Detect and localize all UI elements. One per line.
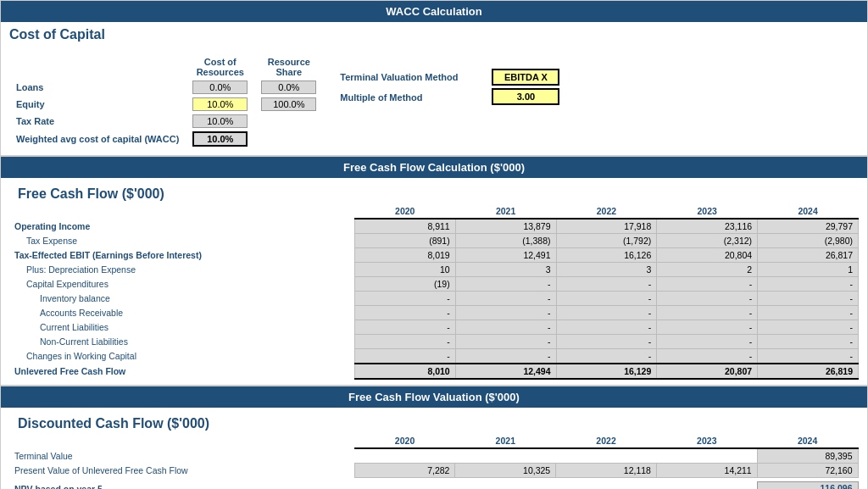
cell: - [657,320,758,335]
row-label: Tax-Effected EBIT (Earnings Before Inter… [9,248,354,263]
wacc-left-panel: Cost of Resources Resource Share Loans 0… [9,52,323,148]
fcf-year-2022: 2022 [556,204,657,219]
cell: 1 [758,263,859,277]
table-row: Tax-Effected EBIT (Earnings Before Inter… [9,248,859,263]
row-label-inventory-balance: Inventory balance [9,292,354,306]
dcf-header: Free Cash Flow Valuation ($'000) [1,386,867,408]
row-label: Present Value of Unlevered Free Cash Flo… [9,464,354,478]
col1-header2: Resources [197,67,244,77]
wacc-right-panel: Terminal Valuation Method Multiple of Me… [340,52,859,105]
fcf-section-title: Free Cash Flow ($'000) [9,181,859,204]
cell: - [657,292,758,306]
cell: 16,126 [556,248,657,263]
cell [455,448,556,464]
cell [556,448,657,464]
npv-value: 116,096 [757,482,858,490]
table-row: Non-Current Liabilities - - - - - [9,335,859,349]
cell: - [455,277,556,292]
cell: - [556,277,657,292]
equity-cost[interactable]: 10.0% [192,97,248,111]
cell [455,482,556,490]
cell: 7,282 [354,464,455,478]
terminal-values: EBITDA X 3.00 [492,69,559,105]
cell: - [455,292,556,306]
cell: - [455,335,556,349]
npv-label: NPV based on year 5 [9,482,354,490]
cell: 89,395 [757,448,858,464]
cell: 3 [455,263,556,277]
fcf-section: Free Cash Flow Calculation ($'000) Free … [0,156,868,386]
cell [556,482,657,490]
cell: 14,211 [656,464,757,478]
cell: 12,494 [455,364,556,379]
cell: - [657,306,758,320]
dcf-year-2021: 2021 [455,434,556,448]
terminal-label2: Multiple of Method [340,90,458,105]
cell: - [657,277,758,292]
table-row: Plus: Depreciation Expense 10 3 3 2 1 [9,263,859,277]
terminal-label1: Terminal Valuation Method [340,69,458,85]
cell: 29,797 [758,219,859,234]
fcf-table: 2020 2021 2022 2023 2024 Operating Incom… [9,204,859,380]
row-label: Equity [9,96,186,113]
cell: (2,980) [758,234,859,248]
row-label: Plus: Depreciation Expense [9,263,354,277]
dcf-year-2020: 2020 [354,434,455,448]
table-row: Unlevered Free Cash Flow 8,010 12,494 16… [9,364,859,379]
dcf-year-2022: 2022 [556,434,657,448]
cell: - [354,320,455,335]
cell: - [556,349,657,364]
table-row: Equity 10.0% 100.0% [9,96,323,113]
terminal-labels: Terminal Valuation Method Multiple of Me… [340,69,458,105]
dcf-year-2023: 2023 [656,434,757,448]
cell: - [354,292,455,306]
dcf-section: Free Cash Flow Valuation ($'000) Discoun… [0,386,868,489]
npv-row: NPV based on year 5 116,096 [9,482,858,490]
row-label: Tax Expense [9,234,354,248]
col2-header: Resource [268,57,310,67]
cell: 20,804 [657,248,758,263]
cell: - [758,277,859,292]
row-label: Loans [9,79,186,96]
cell: 8,019 [354,248,455,263]
cell: - [556,306,657,320]
cell [656,482,757,490]
loans-share: 0.0% [261,81,316,94]
equity-share: 100.0% [261,97,316,111]
fcf-header: Free Cash Flow Calculation ($'000) [1,157,867,178]
cell: - [657,349,758,364]
cell: (2,312) [657,234,758,248]
cell: - [758,292,859,306]
terminal-value1[interactable]: EBITDA X [492,69,559,86]
cell: (891) [354,234,455,248]
cell: 12,491 [455,248,556,263]
cell: (19) [354,277,455,292]
table-row: Tax Expense (891) (1,388) (1,792) (2,312… [9,234,859,248]
terminal-value2[interactable]: 3.00 [492,88,559,105]
cell: 16,129 [556,364,657,379]
table-row: Present Value of Unlevered Free Cash Flo… [9,464,858,478]
dcf-table: 2020 2021 2022 2023 2024 Terminal Value … [9,434,859,489]
row-label: Operating Income [9,219,354,234]
cell: - [556,335,657,349]
cell: 12,118 [556,464,657,478]
cell: 72,160 [757,464,858,478]
fcf-year-2023: 2023 [657,204,758,219]
cell: 26,819 [758,364,859,379]
fcf-year-2024: 2024 [758,204,859,219]
cell: 10,325 [455,464,556,478]
cell: - [354,349,455,364]
cell: - [455,320,556,335]
cell: - [455,349,556,364]
row-label: Weighted avg cost of capital (WACC) [9,130,186,148]
row-label: Accounts Receivable [9,306,354,320]
cell: - [354,306,455,320]
fcf-year-2020: 2020 [354,204,455,219]
cell: - [758,349,859,364]
cell: 10 [354,263,455,277]
table-row: Tax Rate 10.0% [9,113,323,130]
cell: - [758,335,859,349]
cell: 8,010 [354,364,455,379]
cell: - [354,335,455,349]
wacc-value: 10.0% [192,131,248,147]
